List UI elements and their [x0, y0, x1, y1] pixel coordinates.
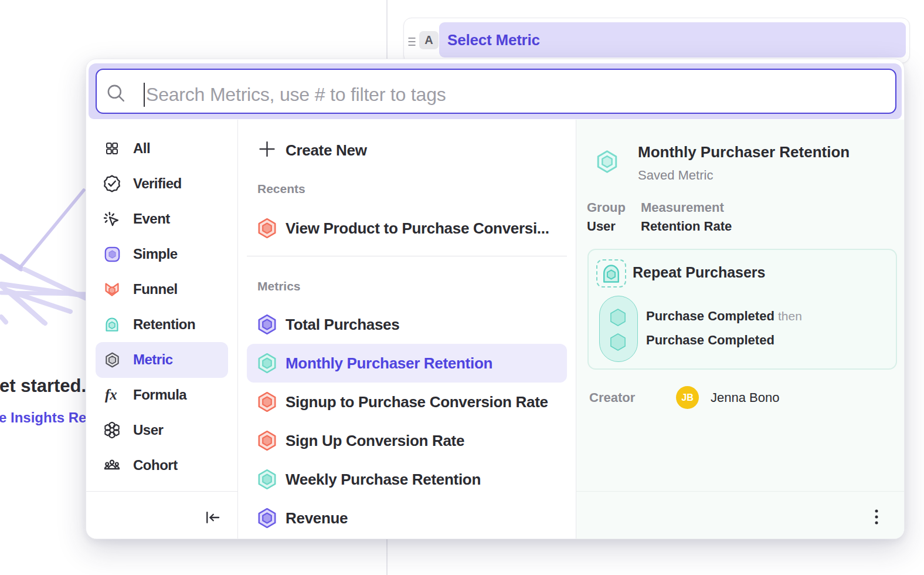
svg-text:fx: fx	[105, 387, 117, 402]
